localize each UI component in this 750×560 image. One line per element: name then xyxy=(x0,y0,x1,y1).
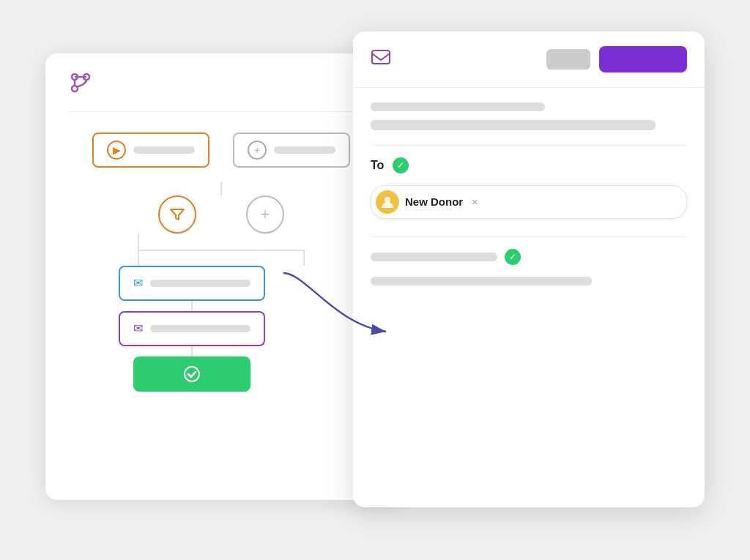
to-check-icon: ✓ xyxy=(393,157,409,173)
right-card-header xyxy=(353,31,705,88)
filter-row: + xyxy=(158,195,284,234)
email-node-2[interactable]: ✉ xyxy=(119,311,265,346)
donor-tag[interactable]: New Donor × xyxy=(371,185,687,219)
email-icon-2: ✉ xyxy=(133,321,143,335)
right-card: To ✓ New Donor × ✓ xyxy=(353,31,705,507)
connector-2 xyxy=(191,301,193,311)
to-label: To xyxy=(371,159,384,172)
svg-rect-6 xyxy=(372,51,390,64)
header-purple-button[interactable] xyxy=(599,46,687,72)
body-line-2 xyxy=(371,120,656,130)
donor-name: New Donor xyxy=(405,195,463,208)
add-node[interactable]: + xyxy=(233,132,350,168)
success-node xyxy=(133,356,250,392)
svg-point-7 xyxy=(385,197,390,203)
header-gray-bar xyxy=(546,49,590,70)
play-icon: ▶ xyxy=(107,141,126,160)
connector-3 xyxy=(191,346,193,356)
add-bar xyxy=(274,146,335,154)
divider-2 xyxy=(371,236,687,237)
donor-close-icon[interactable]: × xyxy=(472,196,478,208)
bottom-check-row: ✓ xyxy=(371,249,687,265)
header-email-icon xyxy=(371,47,391,72)
trigger-node[interactable]: ▶ xyxy=(92,132,209,168)
bottom-check-icon: ✓ xyxy=(505,249,521,265)
email-icon-1: ✉ xyxy=(133,276,143,290)
plus-circle-icon: + xyxy=(248,141,267,160)
divider-1 xyxy=(371,145,687,146)
body-line-1 xyxy=(371,102,545,111)
to-row: To ✓ xyxy=(371,157,687,173)
add-circle-node[interactable]: + xyxy=(246,195,284,234)
branch-connector xyxy=(119,234,324,266)
top-nodes-row: ▶ + xyxy=(92,132,350,168)
workflow-area: ▶ + + xyxy=(69,132,374,392)
scene: ▶ + + xyxy=(45,31,705,529)
git-icon xyxy=(69,71,92,100)
email-node-1[interactable]: ✉ xyxy=(119,266,265,301)
donor-avatar xyxy=(376,190,399,214)
email-nodes-group: ✉ ✉ xyxy=(119,266,324,392)
trigger-bar xyxy=(133,146,195,154)
left-card: ▶ + + xyxy=(45,53,397,500)
bottom-line-2 xyxy=(371,277,592,285)
left-card-header xyxy=(69,71,374,112)
filter-node[interactable] xyxy=(158,195,196,234)
bottom-line-1 xyxy=(371,253,497,261)
connector-1 xyxy=(220,182,222,195)
email-bar-2 xyxy=(150,325,250,332)
svg-point-4 xyxy=(185,367,199,381)
email-bar-1 xyxy=(150,280,250,287)
right-card-body: To ✓ New Donor × ✓ xyxy=(353,88,705,309)
